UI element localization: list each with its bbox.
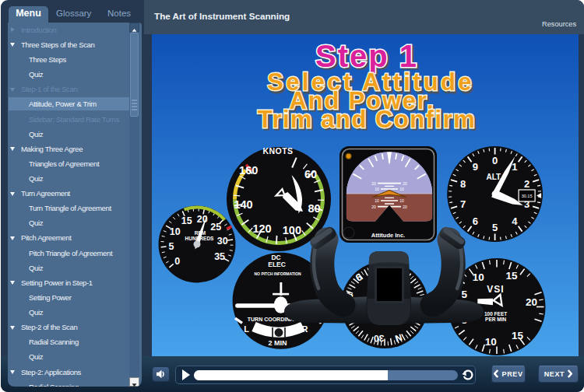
svg-text:Trim and Confirm: Trim and Confirm <box>258 106 477 133</box>
svg-text:Step 1: Step 1 <box>315 39 418 73</box>
